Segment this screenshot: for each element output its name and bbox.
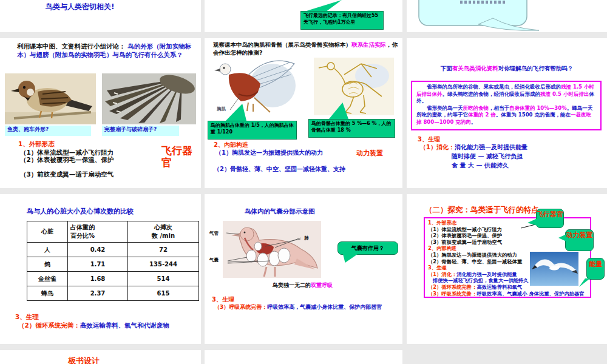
- header-heartrate: 心搏次 数 /min: [128, 221, 199, 243]
- slide1-headline: 鸟类与人类密切相关!: [46, 2, 114, 12]
- seagull-photo: [530, 252, 578, 286]
- airsac-question-callout: 气囊有作用？: [337, 241, 398, 255]
- section-heading: 1、外部形态: [18, 140, 55, 148]
- table-row: 蜂鸟 2.37 615: [27, 286, 199, 301]
- section-heading: 3、生理: [212, 296, 234, 304]
- double-breath-caption: 鸟类独一无二的: [273, 282, 311, 288]
- table-row: 金丝雀 1.68 514: [27, 272, 199, 286]
- section-heading: 3、生理: [15, 313, 39, 321]
- observe-prompt-highlight: 联系生活实际: [351, 41, 386, 48]
- table-row: 鸽 1.71 135-244: [27, 257, 199, 272]
- circulation-label: （2）循环系统完善：: [18, 322, 80, 329]
- heart-comparison-table: 心脏 占体重的 百分比% 心搏次 数 /min 人 0.42 72 鸽 1.71…: [27, 221, 199, 301]
- slide-1[interactable]: 鸟类与人类密切相关!: [0, 0, 201, 32]
- slide-8[interactable]: 鸟体内的气囊分部示意图 气管 肺 气囊 气囊有作用？ 鸟类独一无二的双重呼吸 3…: [205, 194, 402, 344]
- digestion-point-text: 消化能力强—及时提供能量: [455, 144, 527, 150]
- point-2: （2）体表被覆羽毛—保温、保护: [20, 156, 114, 164]
- pectoral-muscle-label: 胸肌: [217, 106, 226, 112]
- discussion-prompt: 利用课本中图、文资料进行小组讨论：: [17, 42, 126, 50]
- caption-fan: 完整扇子与破碎扇子?: [102, 126, 179, 136]
- flight-organ-callout: 飞行器官: [536, 209, 564, 228]
- digestion-title-2: 对你理解鸟的飞行有帮助吗？: [498, 65, 574, 72]
- slide-5[interactable]: 观察课本中鸟的胸肌和骨骼（展示鸟类骨骼实物标本）联系生活实际，你会作出怎样的推测…: [205, 38, 402, 188]
- digestion-point-3: 食 量 大 — 供能持久: [452, 162, 509, 170]
- slide-9[interactable]: （二）探究：鸟类适于飞行的特点 1、外部形态 （1）体呈流线型—减小飞行阻力 （…: [407, 194, 607, 344]
- digestion-point-2: 随时排便 — 减轻飞行负担: [452, 153, 523, 161]
- slide-6[interactable]: 下面有关鸟类消化资料对你理解鸟的飞行有帮助吗？ 雀形类的鸟所吃的谷物、果实或昆虫…: [407, 38, 607, 188]
- flight-organ-label: 飞行器官: [161, 145, 200, 169]
- point-3: （3）前肢变成翼—适于扇动空气: [20, 170, 114, 178]
- point-1: （1）胸肌发达—为振翅提供强大的动力: [215, 149, 323, 157]
- airsac-diagram: [223, 221, 321, 278]
- power-device-label: 动力装置: [356, 149, 383, 158]
- summary-line: 2、内部构造: [428, 245, 587, 252]
- wing-photo: [102, 73, 196, 124]
- slide-sorter-canvas: { "colors":{"callout_green":"#00cc84","m…: [0, 0, 607, 364]
- slide-2[interactable]: 飞行最远的记录：有只信鸽经过55天飞行，飞程约1万公里: [205, 0, 402, 32]
- digestion-paragraph-1: 雀形类的鸟所吃的谷物、果实或昆虫，经消化吸收后形成的残渣 1.5 小时后排出体外…: [416, 84, 596, 105]
- respiration-label: （3）呼吸系统完善：: [214, 304, 267, 310]
- energy-callout: 能量: [586, 258, 605, 280]
- airsac-title: 鸟体内的气囊分部示意图: [245, 207, 315, 215]
- sparrow-photo: [5, 73, 96, 124]
- speech-bubble-icon: [407, 0, 558, 32]
- airsac-label: 气囊: [209, 257, 219, 263]
- section-heading: 2、内部构造: [214, 141, 248, 149]
- summary-line: （1）体呈流线型—减小飞行阻力: [428, 226, 587, 233]
- slide-7[interactable]: 鸟与人的心脏大小及心博次数的比较 心脏 占体重的 百分比% 心搏次 数 /min…: [0, 194, 201, 344]
- slide-10[interactable]: 板书设计: [0, 350, 201, 364]
- summary-title: （二）探究：鸟类适于飞行的特点: [425, 205, 539, 215]
- point-2: （2）骨骼轻、薄、中空、坚固—减轻体重、支持: [214, 166, 345, 174]
- callout-tail: [307, 0, 342, 11]
- observe-prompt-1: 观察课本中鸟的胸肌和骨骼（展示鸟类骨骼实物标本）: [213, 41, 351, 48]
- slide-11[interactable]: [205, 350, 402, 364]
- flight-record-callout: 飞行最远的记录：有只信鸽经过55天飞行，飞程约1万公里: [300, 11, 384, 30]
- board-design-headline: 板书设计: [68, 356, 100, 364]
- lung-label: 肺: [304, 235, 309, 241]
- trachea-label: 气管: [209, 231, 219, 236]
- digestion-title-highlight: 有关鸟类消化资料: [452, 65, 498, 72]
- summary-line: （3）呼吸系统完善：呼吸效率高、气囊减小 身体比重、保护内脏器官: [428, 291, 587, 297]
- digestion-point-label: （1）消化：: [420, 144, 455, 150]
- muscle-weight-callout: 鸟的胸肌占体重的 1/5，人的胸肌占体重 1/120: [208, 121, 297, 140]
- cutoff-text-fragment: [460, 1, 505, 4]
- digestion-paragraph-2: 雀形类的鸟一天所吃的食物，相当于自身体重的 10%—30%。蜂鸟一天所吃的蜜浆，…: [416, 105, 596, 126]
- circulation-text: 高效运输养料、氧气和代谢废物: [80, 322, 169, 329]
- section-heading: 3、生理: [418, 136, 440, 144]
- double-breath-highlight: 双重呼吸: [311, 282, 333, 288]
- slide-3[interactable]: [407, 0, 607, 32]
- bird-skeleton-diagram: [314, 58, 394, 115]
- table-header-row: 心脏 占体重的 百分比% 心搏次 数 /min: [27, 221, 199, 243]
- bone-weight-callout: 鸟的骨骼占体重的 5 %—6 %，人的骨骼占体重 18 %: [308, 119, 395, 138]
- digestion-facts-box: 雀形类的鸟所吃的谷物、果实或昆虫，经消化吸收后形成的残渣 1.5 小时后排出体外…: [411, 81, 602, 130]
- header-heart: 心脏: [27, 221, 68, 243]
- callout-tail: [343, 254, 358, 263]
- power-device-callout: 动力装置: [565, 229, 594, 251]
- heart-table-title: 鸟与人的心脏大小及心博次数的比较: [27, 207, 134, 216]
- digestion-title-1: 下面: [441, 65, 452, 72]
- slide-4[interactable]: 利用课本中图、文资料进行小组讨论： 鸟的外形（附加实物标本）与翅膀（附加鸟的实物…: [0, 38, 201, 188]
- table-row: 人 0.42 72: [27, 243, 199, 257]
- header-weight-pct: 占体重的 百分比%: [68, 221, 128, 243]
- respiration-text: 呼吸效率高，气囊减小身体比重、保护内部器官: [267, 304, 382, 310]
- caption-streamline: 鱼类、跑车外形?: [5, 126, 91, 136]
